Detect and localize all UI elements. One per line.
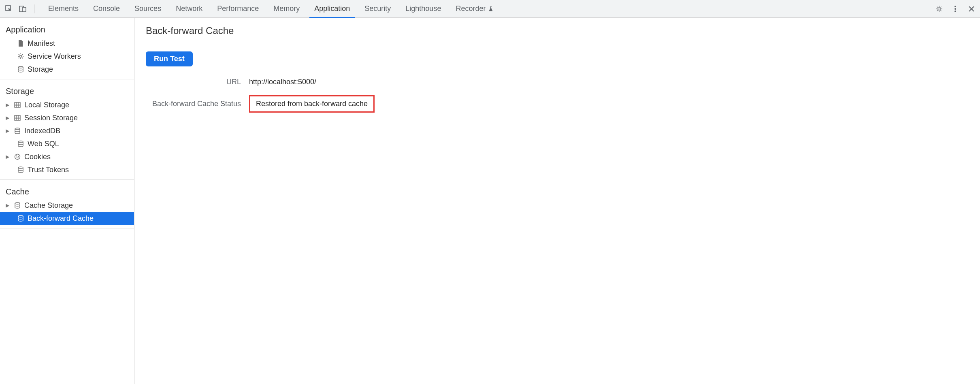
- sidebar-item-label: IndexedDB: [24, 127, 60, 135]
- tab-memory[interactable]: Memory: [266, 0, 307, 18]
- table-icon: [13, 114, 22, 122]
- sidebar-item-label: Cache Storage: [24, 201, 73, 210]
- chevron-right-icon: ▶: [6, 102, 11, 108]
- gear-icon: [16, 53, 25, 60]
- sidebar-item-label: Local Storage: [24, 101, 69, 109]
- inspect-element-icon[interactable]: [4, 4, 14, 14]
- sidebar-item-label: Cookies: [24, 153, 51, 161]
- devtools-tabs: Elements Console Sources Network Perform…: [41, 0, 933, 18]
- section-application: Application: [0, 21, 134, 37]
- section-cache: Cache: [0, 183, 134, 199]
- sidebar-item-label: Storage: [28, 65, 53, 74]
- sidebar-item-cookies[interactable]: ▶ Cookies: [0, 150, 134, 163]
- database-icon: [16, 140, 25, 147]
- table-icon: [13, 101, 22, 109]
- sidebar-item-indexeddb[interactable]: ▶ IndexedDB: [0, 124, 134, 137]
- tab-elements[interactable]: Elements: [41, 0, 86, 18]
- svg-point-20: [18, 215, 23, 217]
- content-pane: Back-forward Cache Run Test URL http://l…: [134, 18, 980, 384]
- sidebar-item-label: Manifest: [28, 39, 55, 48]
- svg-point-13: [15, 154, 20, 160]
- database-icon: [16, 66, 25, 73]
- tab-lighthouse[interactable]: Lighthouse: [398, 0, 448, 18]
- devtools-toolbar: Elements Console Sources Network Perform…: [0, 0, 980, 18]
- divider: [34, 4, 34, 13]
- sidebar-item-manifest[interactable]: Manifest: [0, 37, 134, 50]
- sidebar-item-service-workers[interactable]: Service Workers: [0, 50, 134, 63]
- svg-rect-10: [15, 115, 20, 120]
- tab-sources[interactable]: Sources: [127, 0, 168, 18]
- run-test-button[interactable]: Run Test: [146, 51, 193, 66]
- url-label: URL: [146, 78, 241, 86]
- section-storage: Storage: [0, 83, 134, 98]
- svg-point-17: [18, 158, 19, 158]
- sidebar-item-web-sql[interactable]: Web SQL: [0, 137, 134, 150]
- svg-point-19: [15, 203, 20, 204]
- tab-security[interactable]: Security: [357, 0, 398, 18]
- url-value: http://localhost:5000/: [249, 78, 389, 86]
- close-icon[interactable]: [967, 4, 976, 13]
- svg-point-15: [18, 156, 19, 157]
- sidebar-item-label: Session Storage: [24, 114, 78, 122]
- sidebar-item-trust-tokens[interactable]: Trust Tokens: [0, 163, 134, 176]
- chevron-right-icon: ▶: [6, 115, 11, 121]
- svg-point-5: [954, 8, 956, 10]
- svg-point-11: [15, 128, 20, 130]
- sidebar-item-bfcache[interactable]: Back-forward Cache: [0, 212, 134, 225]
- chevron-right-icon: ▶: [6, 154, 11, 160]
- device-toggle-icon[interactable]: [18, 4, 28, 14]
- svg-point-18: [18, 167, 23, 169]
- bfcache-status-value: Restored from back-forward cache: [249, 95, 375, 113]
- sidebar-item-label: Trust Tokens: [28, 166, 69, 174]
- sidebar-item-local-storage[interactable]: ▶ Local Storage: [0, 98, 134, 111]
- sidebar-item-label: Back-forward Cache: [28, 214, 94, 223]
- database-icon: [13, 127, 22, 134]
- more-icon[interactable]: [951, 4, 960, 13]
- svg-point-7: [20, 55, 22, 58]
- svg-point-6: [954, 11, 956, 12]
- sidebar-item-storage[interactable]: Storage: [0, 63, 134, 76]
- tab-network[interactable]: Network: [168, 0, 210, 18]
- sidebar-item-session-storage[interactable]: ▶ Session Storage: [0, 111, 134, 124]
- sidebar-item-label: Service Workers: [28, 52, 81, 61]
- database-icon: [16, 215, 25, 222]
- svg-point-8: [18, 66, 23, 68]
- flask-icon: [488, 6, 494, 12]
- svg-rect-9: [15, 102, 20, 107]
- tab-recorder[interactable]: Recorder: [448, 0, 501, 18]
- chevron-right-icon: ▶: [6, 203, 11, 208]
- sidebar-item-label: Web SQL: [28, 140, 59, 148]
- sidebar-item-cache-storage[interactable]: ▶ Cache Storage: [0, 199, 134, 212]
- svg-point-3: [938, 8, 940, 10]
- cookie-icon: [13, 153, 22, 160]
- page-title: Back-forward Cache: [146, 25, 969, 36]
- svg-point-4: [954, 6, 956, 7]
- svg-point-14: [16, 156, 17, 156]
- tab-application[interactable]: Application: [307, 0, 357, 18]
- settings-icon[interactable]: [935, 4, 944, 13]
- svg-point-12: [18, 141, 23, 143]
- bfcache-status-label: Back-forward Cache Status: [146, 100, 241, 108]
- tab-console[interactable]: Console: [86, 0, 127, 18]
- database-icon: [13, 202, 22, 209]
- file-icon: [16, 40, 25, 47]
- tab-performance[interactable]: Performance: [210, 0, 266, 18]
- application-sidebar: Application Manifest Service Workers Sto…: [0, 18, 134, 384]
- database-icon: [16, 166, 25, 173]
- svg-point-16: [17, 157, 17, 158]
- chevron-right-icon: ▶: [6, 128, 11, 134]
- svg-rect-2: [23, 7, 26, 12]
